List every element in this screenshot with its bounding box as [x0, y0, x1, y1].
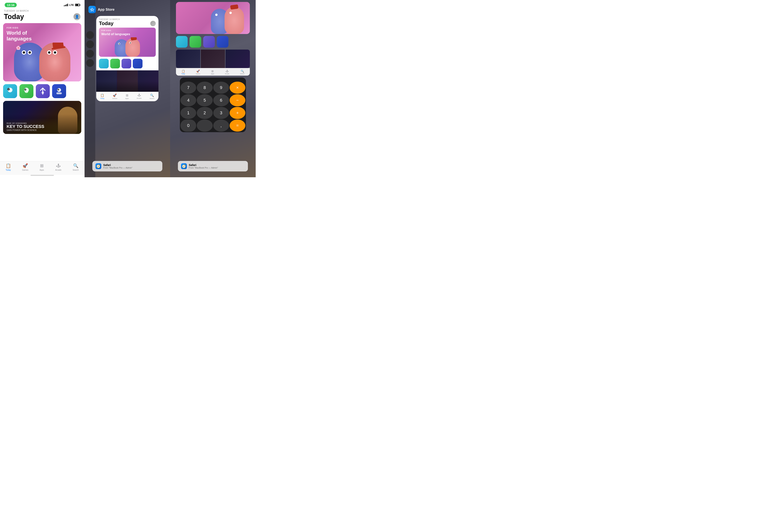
- switcher-content: A App Store TUESDAY 14 MARCH Today FOR K…: [85, 0, 170, 177]
- lte-label: LTE: [69, 3, 74, 6]
- pupil-left-pink: [48, 51, 50, 54]
- mini-eye-pink: [129, 42, 131, 44]
- card-arcade-icon: 🕹: [138, 93, 141, 97]
- p3-safari-subtitle: From "MacBook Pro — Admin": [189, 167, 218, 169]
- card-tab-apps-label: Apps: [125, 98, 129, 99]
- p3-apps-icon: ⊞: [211, 70, 214, 73]
- pupil-right-pink: [54, 51, 56, 54]
- p3-tab-apps-label: Apps: [211, 73, 214, 74]
- tab-apps[interactable]: ⊞ Apps: [40, 163, 44, 171]
- app-icon-1[interactable]: [3, 84, 17, 98]
- top-char-pink: [225, 7, 244, 34]
- calc-btn-9[interactable]: 9: [213, 82, 229, 94]
- game-banner[interactable]: RISE OF KINGDOMS KEY TO SUCCESS GAIN POW…: [3, 101, 81, 134]
- safari-handoff-bar[interactable]: 🧭 Safari From "MacBook Pro — Admin": [92, 161, 162, 171]
- app-card-preview[interactable]: TUESDAY 14 MARCH Today FOR KIDS World of…: [96, 16, 158, 101]
- calc-btn-2[interactable]: 2: [197, 107, 213, 119]
- tab-search[interactable]: 🔍 Search: [73, 163, 79, 171]
- card-title-row: Today: [99, 20, 156, 26]
- status-time: 13:16: [5, 3, 17, 7]
- game-strip-row: [176, 50, 250, 68]
- top-featured-strip: [176, 2, 250, 34]
- mini-hat: [131, 37, 137, 41]
- game-tagline: GAIN POWER WITH SCIENCE: [7, 129, 44, 131]
- calc-btn-4[interactable]: 4: [180, 94, 196, 106]
- app-icon-3[interactable]: [36, 84, 50, 98]
- p3-tab-today[interactable]: 📋 Today: [181, 70, 185, 74]
- char-pink: [39, 43, 70, 81]
- eye-left-pink: [47, 50, 51, 55]
- phone3-content: 📋 Today 🚀 Games ⊞ Apps 🕹 Arcade 🔍 Search: [170, 0, 256, 177]
- featured-card[interactable]: FOR KIDS World of languages 🌸: [3, 23, 81, 81]
- p3-arcade-icon: 🕹: [226, 70, 228, 73]
- card-tab-apps[interactable]: ⊞ Apps: [125, 93, 129, 99]
- card-tab-arcade[interactable]: 🕹 Arcade: [137, 93, 142, 99]
- p3-safari-bar[interactable]: 🧭 Safari From "MacBook Pro — Admin": [178, 161, 248, 171]
- p3-today-icon: 📋: [182, 70, 185, 73]
- pupil-right-blue: [29, 51, 31, 54]
- sw-icon-3[interactable]: [203, 36, 215, 48]
- calc-btn-0[interactable]: 0: [180, 120, 196, 132]
- eye-right-pink: [53, 50, 57, 55]
- calc-btn-equals[interactable]: =: [230, 120, 245, 132]
- tab-today[interactable]: 📋 Today: [6, 163, 11, 171]
- signal-bars: [64, 4, 68, 6]
- p3-safari-icon: 🧭: [181, 163, 187, 169]
- card-games-icon: 🚀: [113, 93, 117, 97]
- p3-tab-search[interactable]: 🔍 Search: [240, 70, 244, 74]
- card-tab-games[interactable]: 🚀 Games: [112, 93, 117, 99]
- calc-btn-5[interactable]: 5: [197, 94, 213, 106]
- card-tab-today[interactable]: 📋 Today: [100, 93, 104, 99]
- sw-icon-1[interactable]: [176, 36, 188, 48]
- tab-arcade[interactable]: 🕹 Arcade: [55, 163, 61, 171]
- pupil-left-blue: [23, 51, 25, 54]
- mini-eye-blue: [118, 43, 120, 45]
- calc-btn-1[interactable]: 1: [180, 107, 196, 119]
- card-category: FOR KIDS: [7, 27, 18, 29]
- calculator: 7 8 9 × 4 5 6 − 1 2 3 + 0 , =: [180, 78, 246, 132]
- card-tab-search[interactable]: 🔍 Search: [150, 93, 154, 99]
- app-icon-2[interactable]: [19, 84, 33, 98]
- svg-rect-14: [56, 92, 62, 94]
- calc-btn-7[interactable]: 7: [180, 82, 196, 94]
- card-icon-4: [133, 59, 143, 68]
- calc-btn-3[interactable]: 3: [213, 107, 229, 119]
- app-icons-row: [3, 84, 81, 98]
- card-feat-title: World of languages: [101, 32, 130, 36]
- calc-btn-plus[interactable]: +: [230, 107, 245, 119]
- appstore-title: App Store: [98, 8, 115, 12]
- p3-tab-apps[interactable]: ⊞ Apps: [211, 70, 214, 74]
- tab-today-label: Today: [6, 169, 11, 171]
- gs-col-1: [176, 50, 200, 68]
- character-container: 🌸: [3, 43, 81, 81]
- app-icon-4[interactable]: [52, 84, 66, 98]
- p3-search-icon: 🔍: [241, 70, 244, 73]
- tab-games[interactable]: 🚀 Games: [22, 163, 28, 171]
- arcade-icon: 🕹: [56, 163, 60, 168]
- p3-tab-games[interactable]: 🚀 Games: [196, 70, 200, 74]
- calc-btn-6[interactable]: 6: [213, 94, 229, 106]
- calc-buttons-grid: 7 8 9 × 4 5 6 − 1 2 3 + 0 , =: [180, 81, 246, 132]
- top-hat: [230, 4, 239, 10]
- battery-icon: [75, 4, 80, 6]
- search-icon: 🔍: [73, 163, 78, 168]
- calc-btn-comma[interactable]: ,: [213, 120, 229, 132]
- card-title: World of languages: [7, 30, 45, 42]
- card-tab-bar: 📋 Today 🚀 Games ⊞ Apps 🕹 Arcade 🔍: [96, 92, 158, 101]
- calc-btn-multiply[interactable]: ×: [230, 82, 245, 94]
- card-icon-2: [110, 59, 120, 68]
- sw-icon-2[interactable]: [190, 36, 201, 48]
- card-avatar: [150, 21, 156, 26]
- p3-tab-search-label: Search: [240, 73, 244, 74]
- card-app-icons: [96, 59, 158, 70]
- calc-btn-empty[interactable]: [197, 120, 213, 132]
- svg-point-3: [8, 89, 9, 90]
- calc-btn-minus[interactable]: −: [230, 94, 245, 106]
- avatar[interactable]: 👤: [73, 13, 80, 20]
- tab-search-label: Search: [73, 169, 79, 171]
- calc-btn-8[interactable]: 8: [197, 82, 213, 94]
- p3-tab-arcade[interactable]: 🕹 Arcade: [225, 70, 229, 74]
- eye-right-blue: [28, 50, 32, 55]
- signal-bar-2: [65, 5, 66, 6]
- sw-icon-4[interactable]: [217, 36, 228, 48]
